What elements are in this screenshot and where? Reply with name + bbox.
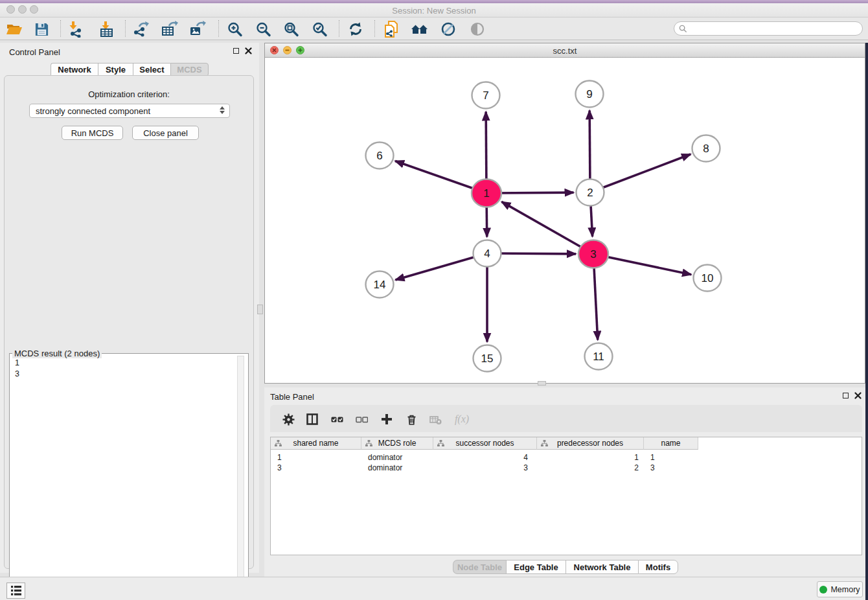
zoom-fit-button[interactable] bbox=[280, 19, 301, 40]
memory-button[interactable]: Memory bbox=[817, 581, 863, 597]
column-header-successor-nodes[interactable]: successor nodes bbox=[433, 437, 537, 450]
gear-icon bbox=[282, 413, 295, 426]
function-icon: f(x) bbox=[455, 413, 469, 425]
toolbar-separator bbox=[60, 20, 61, 37]
memory-label: Memory bbox=[830, 585, 860, 594]
tab-style[interactable]: Style bbox=[98, 63, 133, 76]
graph-node-label: 14 bbox=[374, 279, 386, 291]
cell-successor-nodes[interactable]: 3 bbox=[433, 463, 537, 474]
table-panel-header: Table Panel bbox=[264, 387, 865, 404]
mcds-result-line: 1 bbox=[15, 358, 19, 369]
tab-motifs[interactable]: Motifs bbox=[638, 560, 678, 574]
status-bar: Memory bbox=[0, 577, 868, 600]
export-table-button[interactable] bbox=[159, 19, 180, 40]
column-header-predecessor-nodes[interactable]: predecessor nodes bbox=[537, 437, 644, 450]
desktop-edge bbox=[865, 43, 868, 600]
import-network-button[interactable] bbox=[66, 19, 87, 40]
tab-node-table[interactable]: Node Table bbox=[453, 560, 506, 574]
table-header-row: shared name MCDS role successor nodes pr… bbox=[271, 437, 698, 450]
refresh-button[interactable] bbox=[345, 19, 366, 40]
column-header-shared-name[interactable]: shared name bbox=[271, 437, 361, 450]
eye-slash-icon bbox=[440, 21, 457, 38]
search-input[interactable] bbox=[687, 23, 862, 34]
tab-network[interactable]: Network bbox=[51, 63, 98, 76]
open-session-button[interactable] bbox=[4, 19, 25, 40]
float-panel-icon[interactable] bbox=[233, 48, 239, 54]
close-panel-button[interactable]: Close panel bbox=[132, 126, 199, 140]
table-row[interactable]: 3 dominator 3 2 3 bbox=[271, 463, 698, 474]
graph-node-label: 9 bbox=[586, 88, 592, 100]
cell-predecessor-nodes[interactable]: 2 bbox=[537, 463, 644, 474]
zoom-out-button[interactable] bbox=[253, 19, 273, 40]
zoom-selected-button[interactable] bbox=[309, 19, 330, 40]
tab-network-table[interactable]: Network Table bbox=[565, 560, 638, 574]
control-panel-tabs: Network Style Select MCDS bbox=[51, 63, 209, 76]
cell-successor-nodes[interactable]: 4 bbox=[433, 453, 537, 463]
criterion-dropdown[interactable]: strongly connected component bbox=[29, 104, 230, 118]
hide-panels-button[interactable] bbox=[438, 19, 459, 40]
graph-edge-2-8[interactable] bbox=[590, 154, 691, 192]
save-session-button[interactable] bbox=[31, 19, 52, 40]
plus-icon bbox=[381, 413, 393, 425]
column-header-name[interactable]: name bbox=[644, 437, 698, 450]
home-networks-button[interactable] bbox=[409, 19, 430, 40]
eye-button[interactable] bbox=[467, 19, 488, 40]
export-image-button[interactable] bbox=[187, 19, 208, 40]
function-builder-button[interactable]: f(x) bbox=[451, 411, 473, 428]
main-toolbar bbox=[0, 17, 868, 40]
table-row[interactable]: 1 dominator 4 1 1 bbox=[271, 453, 698, 463]
cell-predecessor-nodes[interactable]: 1 bbox=[537, 453, 644, 463]
cell-mcds-role[interactable]: dominator bbox=[361, 463, 433, 474]
cell-shared-name[interactable]: 3 bbox=[271, 463, 361, 474]
save-disk-icon bbox=[34, 22, 49, 37]
import-table-button[interactable] bbox=[97, 19, 117, 40]
close-panel-icon[interactable] bbox=[245, 47, 252, 54]
cell-mcds-role[interactable]: dominator bbox=[361, 453, 433, 463]
delete-table-button[interactable] bbox=[427, 411, 444, 428]
zoom-in-button[interactable] bbox=[224, 19, 245, 40]
add-column-button[interactable] bbox=[378, 411, 395, 428]
hierarchy-icon bbox=[541, 440, 548, 447]
export-network-button[interactable] bbox=[131, 19, 152, 40]
tab-edge-table[interactable]: Edge Table bbox=[506, 560, 565, 574]
cell-name[interactable]: 3 bbox=[644, 463, 698, 474]
cell-shared-name[interactable]: 1 bbox=[271, 453, 361, 463]
column-header-mcds-role[interactable]: MCDS role bbox=[361, 437, 433, 450]
node-table: shared name MCDS role successor nodes pr… bbox=[270, 437, 862, 555]
graph-node-label: 6 bbox=[376, 150, 382, 162]
graph-node-label: 7 bbox=[483, 89, 488, 102]
float-table-panel-icon[interactable] bbox=[843, 393, 849, 398]
deselect-all-button[interactable] bbox=[353, 411, 370, 428]
task-history-button[interactable] bbox=[6, 583, 25, 599]
optimization-criterion-label: Optimization criterion: bbox=[5, 89, 253, 99]
graph-node-label: 15 bbox=[481, 352, 494, 365]
network-canvas[interactable]: 1234678910111415 bbox=[265, 58, 865, 383]
hierarchy-icon bbox=[275, 440, 282, 447]
show-columns-button[interactable] bbox=[304, 411, 321, 428]
vertical-splitter-grip[interactable] bbox=[257, 305, 263, 314]
column-label: shared name bbox=[293, 439, 338, 448]
search-field[interactable] bbox=[674, 21, 863, 36]
horizontal-splitter-grip[interactable] bbox=[538, 381, 546, 386]
table-settings-button[interactable] bbox=[280, 411, 297, 428]
result-scrollbar[interactable] bbox=[237, 356, 244, 595]
toolbar-separator bbox=[374, 20, 375, 37]
mcds-result-box: MCDS result (2 nodes) 1 3 bbox=[9, 353, 249, 597]
tab-select[interactable]: Select bbox=[133, 63, 170, 76]
clone-network-button[interactable] bbox=[381, 19, 402, 40]
network-window-titlebar: scc.txt bbox=[265, 43, 865, 58]
cell-name[interactable]: 1 bbox=[644, 453, 698, 463]
delete-column-button[interactable] bbox=[403, 411, 420, 428]
graph-edge-3-1[interactable] bbox=[501, 202, 593, 254]
clone-network-icon bbox=[383, 20, 400, 38]
control-panel-header: Control Panel bbox=[0, 43, 259, 60]
network-view-window: scc.txt 1234678910111415 bbox=[264, 43, 865, 384]
run-mcds-button[interactable]: Run MCDS bbox=[62, 126, 123, 140]
criterion-value: strongly connected component bbox=[36, 106, 150, 116]
tab-mcds[interactable]: MCDS bbox=[170, 63, 209, 76]
memory-status-icon bbox=[819, 586, 827, 594]
select-all-button[interactable] bbox=[328, 411, 345, 428]
close-table-panel-icon[interactable] bbox=[854, 392, 862, 399]
column-label: predecessor nodes bbox=[557, 439, 623, 448]
app-title: Session: New Session bbox=[0, 6, 868, 16]
